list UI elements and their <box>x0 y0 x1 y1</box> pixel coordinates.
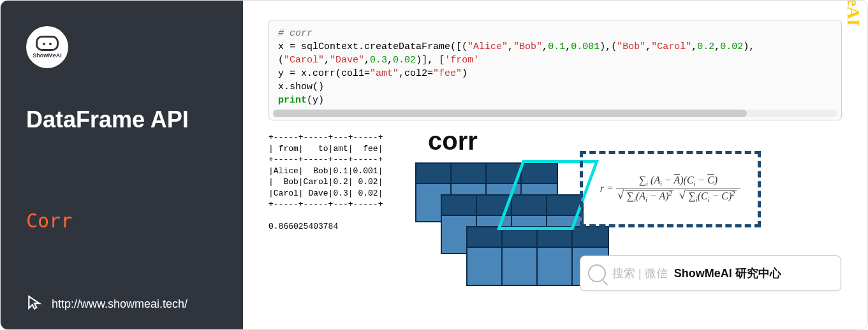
table-header: | from| to|amt| fee| <box>268 144 383 154</box>
formula-var: C <box>701 190 708 201</box>
code-block: # corr x = sqlContext.createDataFrame([(… <box>268 20 842 120</box>
sigma-icon: ∑ <box>627 190 634 201</box>
code-number: 0.1 <box>548 41 565 52</box>
code-line-2: y = x.corr(col1="amt",col2="fee") <box>278 67 832 80</box>
page-subtitle: Corr <box>26 210 243 232</box>
code-number: 0.2 <box>697 41 714 52</box>
formula-lhs: r = <box>600 183 614 194</box>
table-row: |Carol| Dave|0.3| 0.02| <box>268 189 383 198</box>
formula-var: A <box>654 175 660 185</box>
code-string: "Carol" <box>284 55 324 66</box>
formula-sub: i <box>645 196 647 203</box>
sigma-icon: ∑ <box>639 175 646 185</box>
code-text: (y) <box>307 95 324 106</box>
code-line-3: x.show() <box>278 80 832 94</box>
formula-sub: i <box>660 180 662 187</box>
table-sep: +-----+-----+---+-----+ <box>268 155 383 164</box>
formula-sup: 2 <box>668 190 672 197</box>
code-line-1: x = sqlContext.createDataFrame([("Alice"… <box>278 40 832 67</box>
code-text: y = x.corr(col1= <box>278 68 370 79</box>
cursor-icon <box>26 294 43 314</box>
illustration-label: corr <box>428 127 478 155</box>
code-text: ),( <box>600 41 617 52</box>
formula-sub: i <box>646 180 648 187</box>
formula-sup: 2 <box>732 190 735 197</box>
code-number: 0.3 <box>370 55 387 66</box>
sidebar: ShowMeAI DataFrame API Corr http://www.s… <box>1 1 243 330</box>
table-row: |Alice| Bob|0.1|0.001| <box>268 166 383 176</box>
code-string: "amt" <box>370 68 399 79</box>
formula-sub: i <box>694 180 696 187</box>
page-title: DataFrame API <box>26 106 243 133</box>
logo-text: ShowMeAI <box>33 52 62 59</box>
code-string: "Alice" <box>467 41 508 52</box>
sigma-icon: ∑ <box>688 190 695 201</box>
code-number: 0.02 <box>720 41 743 52</box>
output-result: 0.866025403784 <box>268 222 338 231</box>
horizontal-scrollbar[interactable] <box>273 110 837 117</box>
watermark: ShowMeAI <box>843 0 864 26</box>
code-number: 0.001 <box>571 41 600 52</box>
magnifier-icon <box>588 264 606 282</box>
formula-mean: C <box>721 190 728 201</box>
code-string: 'from' <box>445 55 479 66</box>
sidebar-footer: http://www.showmeai.tech/ <box>26 294 188 314</box>
formula-sub: i <box>708 196 710 203</box>
site-url[interactable]: http://www.showmeai.tech/ <box>52 298 188 311</box>
code-comment: # corr <box>278 28 313 39</box>
code-keyword: print <box>278 95 307 106</box>
code-line-4: print(y) <box>278 94 832 107</box>
code-text: ,col2= <box>399 68 433 79</box>
search-hint: 搜索 | 微信 <box>612 266 668 281</box>
code-text: x = sqlContext.createDataFrame([( <box>278 41 467 52</box>
code-string: "fee" <box>433 68 462 79</box>
formula-var: C <box>687 175 694 185</box>
code-number: 0.02 <box>393 55 416 66</box>
formula-var: A <box>639 190 645 201</box>
logo: ShowMeAI <box>26 26 68 68</box>
formula-sub: i <box>634 196 636 203</box>
formula-mean: A <box>673 175 680 185</box>
formula-mean: A <box>659 190 665 201</box>
code-string: "Carol" <box>651 41 691 52</box>
correlation-formula: r = ∑i (Ai − A)(Ci − C) ∑i(Ai − A)2 ∑i(C… <box>600 175 741 204</box>
search-strong: ShowMeAI 研究中心 <box>674 266 781 281</box>
code-text: ) <box>462 68 467 79</box>
table-sep: +-----+-----+---+-----+ <box>268 133 383 142</box>
code-string: "Bob" <box>513 41 542 52</box>
formula-box: r = ∑i (Ai − A)(Ci − C) ∑i(Ai − A)2 ∑i(C… <box>580 151 761 227</box>
table-row: | Bob|Carol|0.2| 0.02| <box>268 177 383 187</box>
code-string: "Dave" <box>330 55 364 66</box>
watermark-part2: MeAI <box>844 0 864 26</box>
formula-mean: C <box>707 175 714 185</box>
code-string: "Bob" <box>617 41 645 52</box>
code-text: )], [ <box>416 55 445 66</box>
logo-face-icon <box>36 36 59 51</box>
search-box[interactable]: 搜索 | 微信 ShowMeAI 研究中心 <box>580 255 841 291</box>
table-sep: +-----+-----+---+-----+ <box>268 199 383 209</box>
formula-sub: i <box>696 196 698 203</box>
